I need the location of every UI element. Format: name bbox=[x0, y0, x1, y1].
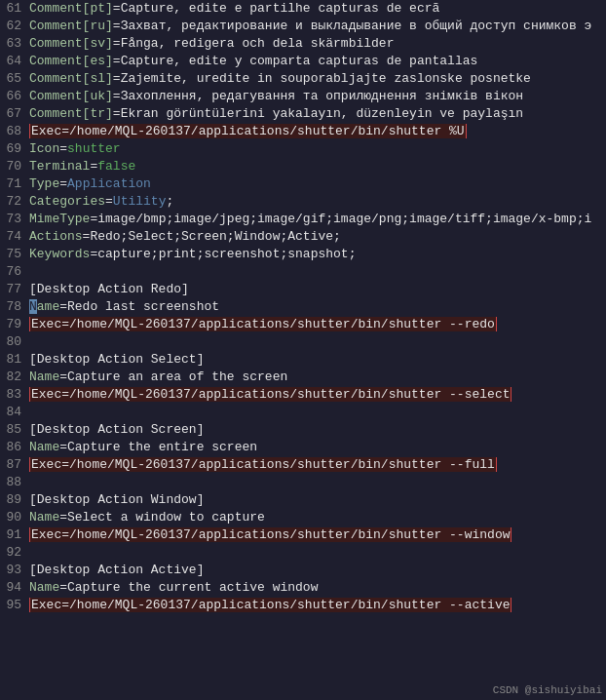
line-number: 92 bbox=[0, 545, 29, 560]
line-content: Comment[sv]=Fånga, redigera och dela skä… bbox=[29, 36, 606, 51]
code-line: 89[Desktop Action Window] bbox=[0, 491, 606, 509]
line-content bbox=[29, 334, 606, 349]
key-token: MimeType bbox=[29, 212, 90, 226]
line-content: Icon=shutter bbox=[29, 141, 606, 156]
key-token: Name bbox=[29, 440, 59, 454]
line-number: 79 bbox=[0, 317, 29, 331]
code-line: 67Comment[tr]=Ekran görüntülerini yakala… bbox=[0, 105, 606, 123]
key-token: Name bbox=[29, 369, 59, 384]
green-value: false bbox=[97, 159, 135, 174]
line-content: Categories=Utility; bbox=[29, 194, 606, 209]
line-number: 81 bbox=[0, 352, 29, 367]
code-line: 62Comment[ru]=Захват, редактирование и в… bbox=[0, 18, 606, 35]
key-token: Actions bbox=[29, 229, 83, 244]
plain-token: =Redo last screenshot bbox=[59, 299, 219, 314]
plain-token: =Capture, edite y comparta capturas de p… bbox=[113, 54, 477, 68]
code-line: 61Comment[pt]=Capture, edite e partilhe … bbox=[0, 0, 606, 18]
line-content: Exec=/home/MQL-260137/applications/shutt… bbox=[29, 387, 606, 402]
bracket-token: [Desktop Action Screen] bbox=[29, 422, 204, 437]
plain-token: =Capture the entire screen bbox=[59, 440, 257, 454]
line-number: 77 bbox=[0, 282, 29, 296]
line-number: 75 bbox=[0, 247, 29, 261]
code-line: 94Name=Capture the current active window bbox=[0, 579, 606, 597]
code-editor: 61Comment[pt]=Capture, edite e partilhe … bbox=[0, 0, 606, 700]
code-line: 73MimeType=image/bmp;image/jpeg;image/gi… bbox=[0, 211, 606, 228]
line-content: [Desktop Action Select] bbox=[29, 352, 606, 367]
code-line: 70Terminal=false bbox=[0, 158, 606, 175]
exec-value: Exec=/home/MQL-260137/applications/shutt… bbox=[29, 598, 511, 612]
code-line: 79Exec=/home/MQL-260137/applications/shu… bbox=[0, 316, 606, 333]
line-content: Comment[ru]=Захват, редактирование и вык… bbox=[29, 19, 606, 33]
line-number: 86 bbox=[0, 440, 29, 454]
line-number: 85 bbox=[0, 422, 29, 437]
line-number: 67 bbox=[0, 106, 29, 121]
exec-value: Exec=/home/MQL-260137/applications/shutt… bbox=[29, 317, 497, 331]
plain-token: =Capture an area of the screen bbox=[59, 369, 287, 384]
line-number: 69 bbox=[0, 141, 29, 156]
code-line: 76 bbox=[0, 263, 606, 281]
line-number: 83 bbox=[0, 387, 29, 402]
key-token: Terminal bbox=[29, 159, 90, 174]
line-number: 65 bbox=[0, 71, 29, 86]
key-token: Comment[uk] bbox=[29, 89, 113, 103]
key-token: Comment[sv] bbox=[29, 36, 113, 51]
plain-token: =Capture, edite e partilhe capturas de e… bbox=[113, 1, 439, 16]
bracket-token: [Desktop Action Select] bbox=[29, 352, 204, 367]
line-content bbox=[29, 405, 606, 419]
line-content: Comment[tr]=Ekran görüntülerini yakalayı… bbox=[29, 106, 606, 121]
bracket-token: [Desktop Action Active] bbox=[29, 563, 204, 577]
code-line: 85[Desktop Action Screen] bbox=[0, 421, 606, 439]
line-content: Comment[sl]=Zajemite, uredite in soupora… bbox=[29, 71, 606, 86]
code-line: 95Exec=/home/MQL-260137/applications/shu… bbox=[0, 597, 606, 614]
key-token: ame bbox=[37, 299, 59, 314]
line-number: 63 bbox=[0, 36, 29, 51]
plain-token: =Захват, редактирование и выкладывание в… bbox=[113, 19, 591, 33]
key-token: Type bbox=[29, 176, 59, 191]
line-number: 88 bbox=[0, 475, 29, 489]
line-number: 62 bbox=[0, 19, 29, 33]
code-line: 63Comment[sv]=Fånga, redigera och dela s… bbox=[0, 35, 606, 53]
watermark: CSDN @sishuiyibai bbox=[493, 684, 602, 696]
line-content: Exec=/home/MQL-260137/applications/shutt… bbox=[29, 317, 606, 331]
line-content bbox=[29, 475, 606, 489]
line-content bbox=[29, 545, 606, 560]
line-number: 61 bbox=[0, 1, 29, 16]
line-number: 73 bbox=[0, 212, 29, 226]
line-number: 91 bbox=[0, 527, 29, 542]
line-content: Name=Select a window to capture bbox=[29, 510, 606, 525]
plain-token: = bbox=[105, 194, 113, 209]
key-token: Comment[ru] bbox=[29, 19, 113, 33]
exec-value: Exec=/home/MQL-260137/applications/shutt… bbox=[29, 457, 497, 472]
plain-token: =Select a window to capture bbox=[59, 510, 265, 525]
key-token: Name bbox=[29, 580, 59, 595]
line-number: 74 bbox=[0, 229, 29, 244]
line-number: 70 bbox=[0, 159, 29, 174]
code-line: 81[Desktop Action Select] bbox=[0, 351, 606, 369]
bracket-token: [Desktop Action Redo] bbox=[29, 282, 189, 296]
code-line: 88 bbox=[0, 474, 606, 491]
code-line: 66Comment[uk]=Захоплення, редагування та… bbox=[0, 88, 606, 105]
line-number: 93 bbox=[0, 563, 29, 577]
line-number: 68 bbox=[0, 124, 29, 138]
code-line: 68Exec=/home/MQL-260137/applications/shu… bbox=[0, 123, 606, 140]
line-content: [Desktop Action Redo] bbox=[29, 282, 606, 296]
line-number: 66 bbox=[0, 89, 29, 103]
code-line: 83Exec=/home/MQL-260137/applications/shu… bbox=[0, 386, 606, 404]
line-content: Exec=/home/MQL-260137/applications/shutt… bbox=[29, 527, 606, 542]
line-number: 71 bbox=[0, 176, 29, 191]
cursor-char: N bbox=[29, 299, 37, 314]
code-line: 80 bbox=[0, 333, 606, 351]
line-content: Exec=/home/MQL-260137/applications/shutt… bbox=[29, 598, 606, 612]
line-number: 87 bbox=[0, 457, 29, 472]
code-line: 75Keywords=capture;print;screenshot;snap… bbox=[0, 246, 606, 263]
exec-value: Exec=/home/MQL-260137/applications/shutt… bbox=[29, 527, 511, 542]
code-line: 93[Desktop Action Active] bbox=[0, 562, 606, 579]
plain-token: = bbox=[59, 141, 67, 156]
code-line: 91Exec=/home/MQL-260137/applications/shu… bbox=[0, 526, 606, 544]
line-number: 82 bbox=[0, 369, 29, 384]
line-content: Name=Redo last screenshot bbox=[29, 299, 606, 314]
code-line: 71Type=Application bbox=[0, 175, 606, 193]
line-number: 95 bbox=[0, 598, 29, 612]
line-number: 76 bbox=[0, 264, 29, 279]
line-content: [Desktop Action Active] bbox=[29, 563, 606, 577]
